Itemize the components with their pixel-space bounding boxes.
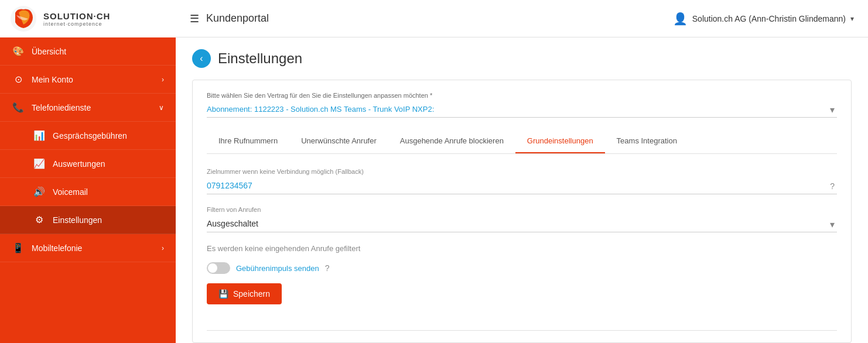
phone-icon: 📞 [12, 102, 25, 113]
contract-selector: Bitte wählen Sie den Vertrag für den Sie… [207, 92, 837, 118]
logo-text: SOLUTION·CH internet·competence [43, 11, 110, 27]
filter-select-wrapper: Ausgeschaltet Eingeschaltet [207, 215, 837, 232]
tab-teams-integration[interactable]: Teams Integration [605, 129, 689, 153]
sidebar-item-voicemail[interactable]: 🔊 Voicemail [0, 178, 176, 206]
page-title: Einstellungen [218, 50, 302, 67]
header-left: ☰ Kundenportal [190, 12, 269, 25]
filter-label: Filtern von Anrufen [207, 206, 837, 213]
fallback-input-wrapper: ? [207, 177, 837, 194]
back-button[interactable]: ‹ [192, 49, 211, 68]
filter-group: Filtern von Anrufen Ausgeschaltet Einges… [207, 206, 837, 232]
gebuhrenimpuls-toggle[interactable] [207, 262, 230, 274]
fallback-input[interactable] [207, 177, 837, 194]
account-name: Solution.ch AG (Ann-Christin Glindemann) [692, 14, 846, 23]
form-content: Zielnummer wenn keine Verbindung möglich… [207, 154, 837, 318]
header-right: 👤 Solution.ch AG (Ann-Christin Glindeman… [673, 12, 854, 26]
account-chevron-icon[interactable]: ▾ [850, 15, 854, 23]
filter-select[interactable]: Ausgeschaltet Eingeschaltet [207, 215, 837, 232]
hamburger-menu[interactable]: ☰ [190, 12, 199, 25]
toggle-label: Gebührenimpuls senden [236, 264, 319, 273]
logo-icon [9, 5, 37, 33]
sidebar-item-label: Voicemail [53, 187, 88, 197]
sidebar-item-mein-konto[interactable]: ⊙ Mein Konto › [0, 66, 176, 94]
fallback-label: Zielnummer wenn keine Verbindung möglich… [207, 168, 837, 175]
logo: SOLUTION·CH internet·competence [0, 0, 176, 37]
sidebar-item-label: Mein Konto [32, 75, 73, 84]
sidebar-item-telefoniedienste[interactable]: 📞 Telefoniedienste ∨ [0, 94, 176, 122]
contract-label: Bitte wählen Sie den Vertrag für den Sie… [207, 92, 837, 99]
sidebar-item-label: Einstellungen [53, 215, 102, 225]
fallback-group: Zielnummer wenn keine Verbindung möglich… [207, 168, 837, 194]
palette-icon: 🎨 [12, 46, 25, 57]
save-icon: 💾 [218, 289, 228, 299]
chevron-down-icon: ∨ [159, 104, 164, 112]
sidebar-item-label: Übersicht [32, 47, 66, 56]
account-icon: 👤 [673, 12, 688, 26]
header-title: Kundenportal [206, 12, 269, 25]
save-label: Speichern [233, 289, 270, 299]
account-circle-icon: ⊙ [12, 74, 25, 85]
tab-rufnummern[interactable]: Ihre Rufnummern [207, 129, 289, 153]
sidebar-item-auswertungen[interactable]: 📈 Auswertungen [0, 150, 176, 178]
sidebar-item-label: Gesprächsgebühren [53, 131, 127, 140]
chevron-right-icon: › [162, 76, 164, 84]
help-icon[interactable]: ? [830, 181, 835, 191]
page-content: ‹ Einstellungen Bitte wählen Sie den Ver… [176, 37, 868, 343]
sidebar-nav: 🎨 Übersicht ⊙ Mein Konto › 📞 Telefoniedi… [0, 37, 176, 343]
sidebar-item-mobiltelefonie[interactable]: 📱 Mobiltelefonie › [0, 234, 176, 262]
sidebar-item-label: Auswertungen [53, 159, 105, 169]
analytics-icon: 📈 [33, 158, 46, 169]
sidebar-item-gesprachsgegbuhren[interactable]: 📊 Gesprächsgebühren [0, 122, 176, 150]
mobile-icon: 📱 [12, 242, 25, 253]
toggle-help-icon[interactable]: ? [325, 263, 330, 273]
top-header: ☰ Kundenportal 👤 Solution.ch AG (Ann-Chr… [176, 0, 868, 37]
settings-icon: ⚙ [33, 214, 46, 225]
card-divider [207, 330, 837, 331]
sidebar: SOLUTION·CH internet·competence 🎨 Übersi… [0, 0, 176, 343]
contract-select-wrapper: Abonnement: 1122223 - Solution.ch MS Tea… [207, 101, 837, 118]
voicemail-icon: 🔊 [33, 186, 46, 197]
save-button[interactable]: 💾 Speichern [207, 283, 282, 304]
tab-ausgehende[interactable]: Ausgehende Anrufe blockieren [388, 129, 515, 153]
sidebar-item-ubersicht[interactable]: 🎨 Übersicht [0, 37, 176, 66]
contract-select[interactable]: Abonnement: 1122223 - Solution.ch MS Tea… [207, 101, 837, 118]
tab-grundeinstellungen[interactable]: Grundeinstellungen [515, 129, 605, 153]
filter-info-text: Es werden keine eingehenden Anrufe gefil… [207, 244, 837, 253]
logo-sub: internet·competence [43, 21, 110, 27]
main-content: ☰ Kundenportal 👤 Solution.ch AG (Ann-Chr… [176, 0, 868, 343]
sidebar-item-label: Mobiltelefonie [32, 243, 82, 253]
logo-brand: SOLUTION·CH [43, 11, 110, 21]
settings-card: Bitte wählen Sie den Vertrag für den Sie… [192, 80, 852, 343]
chevron-right-icon: › [162, 244, 164, 252]
tabs: Ihre Rufnummern Unerwünschte Anrufer Aus… [207, 129, 837, 154]
page-header: ‹ Einstellungen [192, 49, 852, 68]
toggle-row: Gebührenimpuls senden ? [207, 262, 837, 274]
bar-chart-icon: 📊 [33, 130, 46, 141]
tab-unerwunschte[interactable]: Unerwünschte Anrufer [289, 129, 388, 153]
sidebar-item-einstellungen[interactable]: ⚙ Einstellungen [0, 206, 176, 234]
sidebar-item-label: Telefoniedienste [32, 103, 91, 112]
